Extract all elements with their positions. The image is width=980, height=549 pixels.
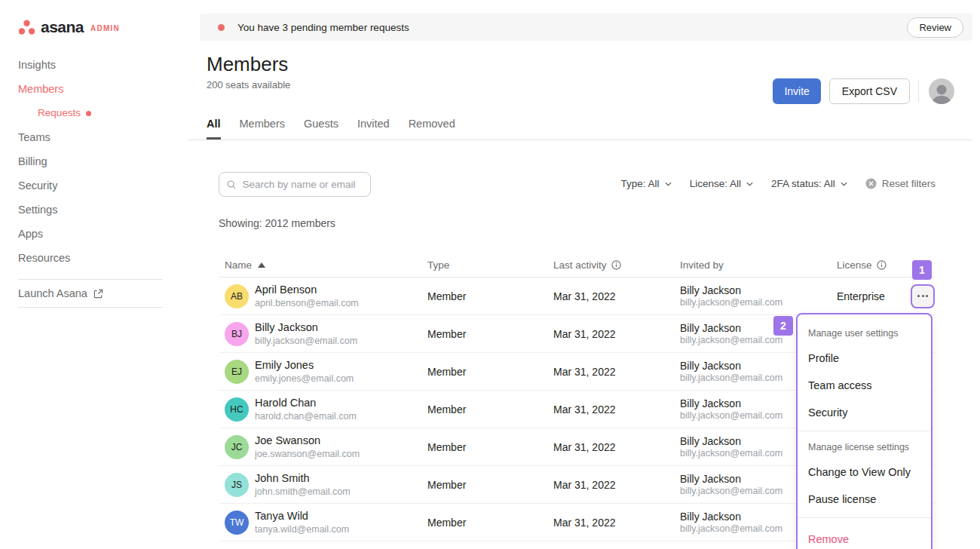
tab-removed[interactable]: Removed [409, 118, 455, 140]
search-box [219, 172, 371, 197]
sidebar-item-apps[interactable]: Apps [0, 222, 181, 246]
reset-filters-button[interactable]: Reset filters [865, 178, 936, 189]
annotation-badge-1: 1 [912, 260, 932, 280]
search-input[interactable] [242, 179, 363, 190]
member-type: Member [427, 328, 553, 340]
last-activity: Mar 31, 2022 [553, 479, 680, 491]
column-header-invited-by: Invited by [680, 259, 837, 271]
menu-item-change-to-view-only[interactable]: Change to View Only [798, 459, 931, 486]
external-link-icon [93, 289, 103, 299]
member-email: tanya.wild@email.com [255, 523, 349, 535]
member-email: emily.jones@email.com [255, 373, 354, 385]
brand-name: asana [41, 18, 84, 36]
last-activity: Mar 31, 2022 [553, 403, 680, 416]
sidebar-item-members[interactable]: Members [0, 77, 181, 101]
member-email: harold.chan@email.com [255, 410, 357, 422]
column-label: License [837, 259, 872, 271]
member-type: Member [427, 403, 553, 416]
sidebar-item-label: Teams [18, 125, 51, 149]
license-value: Enterprise [837, 290, 911, 302]
menu-divider [798, 517, 931, 518]
asana-logo[interactable]: asana ADMIN [18, 18, 120, 36]
menu-item-team-access[interactable]: Team access [798, 372, 931, 399]
menu-divider [798, 431, 931, 431]
last-activity: Mar 31, 2022 [553, 290, 680, 302]
launch-asana-link[interactable]: Launch Asana [18, 287, 103, 299]
chevron-down-icon [746, 182, 753, 186]
type-filter-label: Type: All [621, 178, 660, 189]
member-name: Billy Jackson [255, 321, 357, 335]
member-type: Member [427, 366, 553, 378]
last-activity: Mar 31, 2022 [553, 441, 680, 453]
avatar: BJ [225, 322, 249, 346]
menu-item-security[interactable]: Security [798, 399, 931, 426]
pending-requests-banner: You have 3 pending member requests Revie… [200, 14, 972, 41]
2fa-filter-label: 2FA status: All [771, 178, 835, 189]
sidebar-item-label: Resources [18, 246, 70, 270]
tab-members[interactable]: Members [240, 118, 285, 140]
sidebar-item-settings[interactable]: Settings [0, 198, 181, 222]
row-actions-menu: Manage user settings Profile Team access… [796, 313, 933, 549]
unread-dot [86, 111, 91, 116]
info-icon[interactable] [877, 260, 887, 270]
member-tabs: All Members Guests Invited Removed [207, 118, 455, 140]
sidebar-divider [18, 307, 163, 308]
avatar-initials: HC [230, 404, 243, 415]
menu-item-pause-license[interactable]: Pause license [798, 486, 931, 513]
table-row[interactable]: AB April Bensonapril.benson@email.com Me… [219, 278, 935, 315]
sidebar-item-label: Settings [18, 198, 57, 222]
chevron-down-icon [665, 182, 672, 186]
table-header: Name Type Last activity Invited by Licen… [219, 253, 935, 278]
member-type: Member [427, 290, 553, 302]
license-filter[interactable]: License: All [690, 178, 753, 189]
asana-admin-console: asana ADMIN Insights Members Requests Te… [0, 0, 980, 549]
column-header-license: License [837, 259, 911, 271]
menu-item-profile[interactable]: Profile [798, 345, 931, 372]
header-actions: Invite Export CSV [773, 78, 954, 104]
member-name: Emily Jones [255, 358, 354, 373]
sidebar-item-security[interactable]: Security [0, 173, 181, 198]
type-filter[interactable]: Type: All [621, 178, 672, 189]
invite-button[interactable]: Invite [773, 78, 820, 104]
column-header-name[interactable]: Name [225, 259, 427, 271]
sidebar-item-requests[interactable]: Requests [0, 101, 181, 125]
member-email: april.benson@email.com [255, 297, 359, 309]
sidebar-item-label: Requests [38, 101, 81, 125]
info-icon[interactable] [611, 260, 621, 270]
avatar: EJ [225, 360, 249, 384]
asana-logo-icon [18, 20, 35, 35]
sidebar-item-resources[interactable]: Resources [0, 246, 181, 270]
member-type: Member [427, 517, 553, 529]
last-activity: Mar 31, 2022 [553, 366, 680, 378]
menu-item-remove[interactable]: Remove [798, 523, 931, 549]
annotation-badge-2: 2 [773, 316, 793, 336]
sidebar-item-label: Billing [18, 149, 47, 173]
tab-invited[interactable]: Invited [357, 118, 390, 140]
seats-available-text: 200 seats available [207, 79, 290, 90]
2fa-status-filter[interactable]: 2FA status: All [771, 178, 847, 189]
review-button[interactable]: Review [907, 17, 963, 38]
avatar-initials: JS [231, 480, 242, 490]
tab-all[interactable]: All [207, 118, 221, 140]
row-actions-button[interactable] [911, 284, 935, 308]
sidebar-item-label: Members [18, 77, 63, 101]
member-name: Harold Chan [255, 396, 357, 410]
chevron-down-icon [841, 182, 847, 186]
member-name: Joe Swanson [255, 434, 360, 448]
profile-avatar[interactable] [929, 78, 954, 104]
export-csv-button[interactable]: Export CSV [829, 78, 910, 104]
tab-guests[interactable]: Guests [304, 118, 338, 140]
column-label: Last activity [553, 259, 607, 271]
sidebar-item-teams[interactable]: Teams [0, 125, 181, 149]
sidebar-item-label: Insights [18, 53, 56, 77]
sidebar-item-billing[interactable]: Billing [0, 149, 181, 173]
sidebar-item-insights[interactable]: Insights [0, 53, 181, 77]
member-name: April Benson [255, 283, 359, 297]
divider [918, 80, 919, 103]
avatar: JS [225, 473, 249, 497]
circle-x-icon [865, 178, 877, 189]
last-activity: Mar 31, 2022 [553, 328, 680, 340]
avatar: TW [225, 511, 249, 535]
avatar-initials: JC [231, 442, 243, 452]
sidebar-item-label: Security [18, 173, 57, 198]
